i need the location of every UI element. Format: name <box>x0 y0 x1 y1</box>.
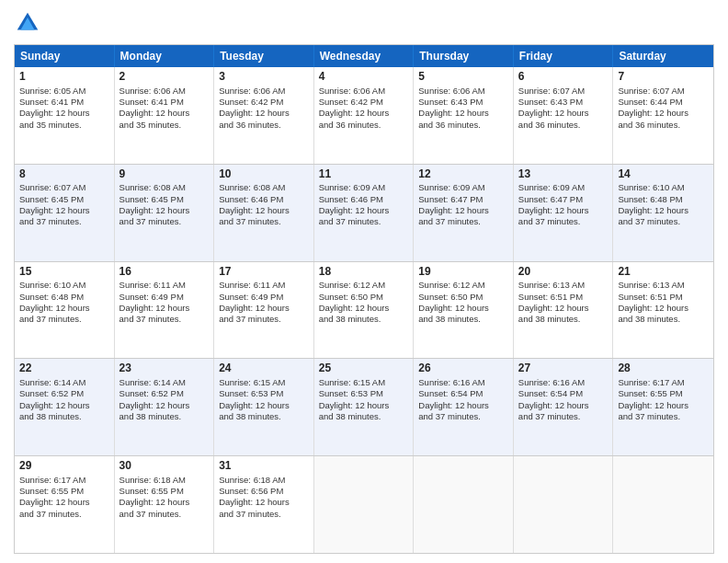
day-info-line-1: Sunset: 6:55 PM <box>119 486 210 497</box>
day-number: 17 <box>219 265 309 280</box>
day-info-line-0: Sunrise: 6:15 AM <box>319 377 409 388</box>
day-number: 27 <box>518 362 609 376</box>
day-info-line-0: Sunrise: 6:10 AM <box>618 182 709 193</box>
day-cell-25: 25Sunrise: 6:15 AMSunset: 6:53 PMDayligh… <box>314 359 415 455</box>
day-info-line-3: and 36 minutes. <box>618 120 709 131</box>
day-info-line-2: Daylight: 12 hours <box>618 205 709 216</box>
day-number: 9 <box>119 167 210 182</box>
day-cell-21: 21Sunrise: 6:13 AMSunset: 6:51 PMDayligh… <box>613 262 713 359</box>
day-info-line-2: Daylight: 12 hours <box>219 303 309 314</box>
day-info-line-2: Daylight: 12 hours <box>19 303 109 314</box>
day-info-line-0: Sunrise: 6:14 AM <box>119 377 210 388</box>
day-info-line-2: Daylight: 12 hours <box>618 400 709 411</box>
day-info-line-0: Sunrise: 6:18 AM <box>119 475 210 486</box>
header-cell-wednesday: Wednesday <box>314 45 415 67</box>
day-info-line-1: Sunset: 6:55 PM <box>618 388 709 399</box>
day-info-line-2: Daylight: 12 hours <box>219 400 309 411</box>
day-info-line-0: Sunrise: 6:13 AM <box>618 280 709 291</box>
day-cell-6: 6Sunrise: 6:07 AMSunset: 6:43 PMDaylight… <box>514 67 614 164</box>
day-info-line-1: Sunset: 6:50 PM <box>319 292 409 303</box>
day-info-line-1: Sunset: 6:46 PM <box>219 194 309 205</box>
day-info-line-3: and 37 minutes. <box>219 216 309 227</box>
day-info-line-0: Sunrise: 6:10 AM <box>19 280 109 291</box>
day-info-line-1: Sunset: 6:44 PM <box>618 97 709 108</box>
day-number: 6 <box>518 70 609 85</box>
day-info-line-2: Daylight: 12 hours <box>319 303 409 314</box>
day-number: 5 <box>418 70 508 85</box>
day-cell-10: 10Sunrise: 6:08 AMSunset: 6:46 PMDayligh… <box>214 165 314 261</box>
day-info-line-3: and 36 minutes. <box>319 120 409 131</box>
day-info-line-2: Daylight: 12 hours <box>518 205 609 216</box>
day-info-line-3: and 37 minutes. <box>19 314 109 325</box>
day-info-line-1: Sunset: 6:46 PM <box>319 194 409 205</box>
day-cell-14: 14Sunrise: 6:10 AMSunset: 6:48 PMDayligh… <box>613 165 713 261</box>
day-info-line-0: Sunrise: 6:12 AM <box>319 280 409 291</box>
day-info-line-3: and 37 minutes. <box>119 216 210 227</box>
day-info-line-3: and 37 minutes. <box>518 216 609 227</box>
day-info-line-3: and 37 minutes. <box>19 509 109 520</box>
day-info-line-2: Daylight: 12 hours <box>119 108 210 119</box>
day-cell-3: 3Sunrise: 6:06 AMSunset: 6:42 PMDaylight… <box>214 67 314 164</box>
day-cell-15: 15Sunrise: 6:10 AMSunset: 6:48 PMDayligh… <box>15 262 115 359</box>
day-info-line-0: Sunrise: 6:11 AM <box>119 280 210 291</box>
day-info-line-0: Sunrise: 6:13 AM <box>518 280 609 291</box>
day-info-line-2: Daylight: 12 hours <box>319 205 409 216</box>
day-info-line-2: Daylight: 12 hours <box>618 303 709 314</box>
day-info-line-1: Sunset: 6:43 PM <box>518 97 609 108</box>
day-number: 30 <box>119 459 210 474</box>
day-info-line-2: Daylight: 12 hours <box>518 303 609 314</box>
day-number: 20 <box>518 265 609 280</box>
day-info-line-1: Sunset: 6:51 PM <box>518 292 609 303</box>
day-info-line-3: and 37 minutes. <box>219 509 309 520</box>
day-info-line-3: and 37 minutes. <box>418 216 508 227</box>
day-cell-23: 23Sunrise: 6:14 AMSunset: 6:52 PMDayligh… <box>115 359 215 455</box>
page: SundayMondayTuesdayWednesdayThursdayFrid… <box>0 0 728 563</box>
day-info-line-2: Daylight: 12 hours <box>518 400 609 411</box>
day-info-line-3: and 38 minutes. <box>119 411 210 422</box>
day-cell-26: 26Sunrise: 6:16 AMSunset: 6:54 PMDayligh… <box>414 359 514 455</box>
day-number: 22 <box>19 362 109 376</box>
day-number: 26 <box>418 362 508 376</box>
calendar-row-1: 1Sunrise: 6:05 AMSunset: 6:41 PMDaylight… <box>15 67 713 164</box>
day-info-line-1: Sunset: 6:52 PM <box>19 388 109 399</box>
empty-cell <box>514 456 614 553</box>
day-info-line-3: and 37 minutes. <box>219 314 309 325</box>
day-cell-5: 5Sunrise: 6:06 AMSunset: 6:43 PMDaylight… <box>414 67 514 164</box>
day-cell-20: 20Sunrise: 6:13 AMSunset: 6:51 PMDayligh… <box>514 262 614 359</box>
day-cell-4: 4Sunrise: 6:06 AMSunset: 6:42 PMDaylight… <box>314 67 415 164</box>
day-number: 14 <box>618 167 709 182</box>
day-info-line-0: Sunrise: 6:07 AM <box>618 86 709 97</box>
day-info-line-0: Sunrise: 6:08 AM <box>119 182 210 193</box>
day-number: 11 <box>319 167 409 182</box>
day-cell-28: 28Sunrise: 6:17 AMSunset: 6:55 PMDayligh… <box>613 359 713 455</box>
calendar-header: SundayMondayTuesdayWednesdayThursdayFrid… <box>15 45 713 67</box>
day-cell-18: 18Sunrise: 6:12 AMSunset: 6:50 PMDayligh… <box>314 262 415 359</box>
header-cell-friday: Friday <box>514 45 614 67</box>
day-info-line-2: Daylight: 12 hours <box>19 497 109 508</box>
calendar: SundayMondayTuesdayWednesdayThursdayFrid… <box>14 44 714 554</box>
day-cell-22: 22Sunrise: 6:14 AMSunset: 6:52 PMDayligh… <box>15 359 115 455</box>
day-info-line-3: and 36 minutes. <box>518 120 609 131</box>
day-number: 12 <box>418 167 508 182</box>
day-info-line-0: Sunrise: 6:12 AM <box>418 280 508 291</box>
day-number: 10 <box>219 167 309 182</box>
day-number: 3 <box>219 70 309 85</box>
day-cell-1: 1Sunrise: 6:05 AMSunset: 6:41 PMDaylight… <box>15 67 115 164</box>
empty-cell <box>314 456 415 553</box>
day-info-line-0: Sunrise: 6:08 AM <box>219 182 309 193</box>
day-info-line-2: Daylight: 12 hours <box>119 205 210 216</box>
day-info-line-0: Sunrise: 6:15 AM <box>219 377 309 388</box>
day-info-line-3: and 37 minutes. <box>618 216 709 227</box>
day-number: 18 <box>319 265 409 280</box>
day-info-line-1: Sunset: 6:56 PM <box>219 486 309 497</box>
day-info-line-2: Daylight: 12 hours <box>219 205 309 216</box>
day-number: 25 <box>319 362 409 376</box>
day-info-line-2: Daylight: 12 hours <box>19 205 109 216</box>
day-number: 16 <box>119 265 210 280</box>
day-number: 7 <box>618 70 709 85</box>
day-number: 2 <box>119 70 210 85</box>
empty-cell <box>613 456 713 553</box>
header-cell-sunday: Sunday <box>15 45 115 67</box>
header-cell-saturday: Saturday <box>613 45 713 67</box>
calendar-body: 1Sunrise: 6:05 AMSunset: 6:41 PMDaylight… <box>15 67 713 553</box>
